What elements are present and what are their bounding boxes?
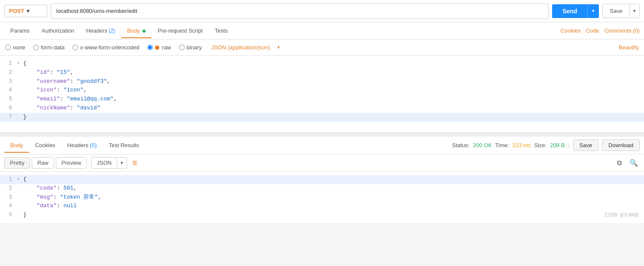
request-tabs: Params Authorization Headers (2) Body Pr… — [0, 22, 644, 39]
status-label: Status: — [452, 142, 469, 148]
beautify-button[interactable]: Beautify — [619, 44, 639, 51]
method-label: POST — [9, 8, 24, 14]
line-toggle — [17, 86, 23, 87]
body-option-raw[interactable]: raw — [147, 44, 171, 51]
line-toggle — [17, 113, 23, 114]
raw-radio-dot — [155, 45, 159, 50]
top-bar: POST ▾ Send ▾ Save ▾ — [0, 0, 644, 22]
code-line: 7} — [0, 113, 644, 122]
size-label: Size: — [534, 142, 547, 148]
line-toggle — [17, 211, 23, 212]
line-toggle — [17, 193, 23, 194]
wrap-icon[interactable]: ≡ — [132, 158, 137, 168]
section-divider — [0, 133, 644, 136]
status-value: 200 OK — [473, 142, 492, 148]
tab-pre-request-script[interactable]: Pre-request Script — [152, 23, 209, 38]
resp-tab-test-results[interactable]: Test Results — [103, 138, 145, 153]
format-pretty[interactable]: Pretty — [4, 157, 30, 169]
watermark: CSDN @六种味 — [605, 212, 639, 220]
line-content: "nickName": "david" — [23, 104, 644, 113]
format-preview[interactable]: Preview — [56, 157, 87, 169]
line-number: 3 — [0, 77, 17, 86]
code-line: 1▾{ — [0, 59, 644, 68]
search-icon[interactable]: 🔍 — [628, 157, 640, 169]
resp-save-button[interactable]: Save — [573, 139, 599, 151]
send-dropdown-button[interactable]: ▾ — [587, 4, 599, 18]
code-line: 3 "username": "gooddf3", — [0, 77, 644, 86]
tab-tests[interactable]: Tests — [209, 23, 234, 38]
resp-download-button[interactable]: Download — [602, 139, 640, 151]
line-number: 2 — [0, 68, 17, 77]
tab-authorization[interactable]: Authorization — [36, 23, 80, 38]
cookies-link[interactable]: Cookies — [561, 27, 581, 34]
send-button[interactable]: Send — [552, 4, 587, 18]
format-raw[interactable]: Raw — [32, 157, 54, 169]
body-dot — [143, 30, 146, 33]
req-tabs-right: Cookies Code Comments (0) — [561, 27, 640, 34]
line-content: "data": null — [23, 202, 644, 211]
json-format-dropdown[interactable]: ▾ — [117, 158, 127, 168]
resp-tab-body[interactable]: Body — [4, 138, 29, 153]
line-number: 5 — [0, 211, 17, 219]
code-line: 4 "icon": "icon", — [0, 86, 644, 95]
line-number: 2 — [0, 184, 17, 193]
tab-headers[interactable]: Headers (2) — [80, 23, 121, 38]
body-option-none[interactable]: none — [5, 44, 25, 51]
json-format-group: JSON ▾ — [91, 157, 127, 169]
json-type-selector[interactable]: JSON (application/json) — [211, 44, 270, 51]
line-number: 7 — [0, 113, 17, 121]
line-content: "email": "email@qq.com", — [23, 95, 644, 104]
url-input[interactable] — [51, 3, 549, 19]
tab-body[interactable]: Body — [121, 23, 152, 38]
line-number: 4 — [0, 202, 17, 210]
line-number: 1 — [0, 59, 17, 68]
line-toggle — [17, 104, 23, 105]
json-type-dropdown[interactable]: ▾ — [277, 45, 280, 50]
line-toggle[interactable]: ▾ — [17, 59, 23, 67]
response-header: Body Cookies Headers (5) Test Results St… — [0, 136, 644, 154]
response-status-area: Status: 200 OK Time: 223 ms Size: 209 B … — [452, 139, 640, 151]
resp-format-right: ⧉ 🔍 — [615, 157, 640, 169]
resp-tab-cookies[interactable]: Cookies — [29, 138, 61, 153]
line-toggle — [17, 184, 23, 185]
line-content: "username": "gooddf3", — [23, 77, 644, 86]
line-toggle — [17, 68, 23, 69]
code-line: 2 "code": 501, — [0, 184, 644, 193]
line-number: 3 — [0, 193, 17, 202]
save-dropdown-button[interactable]: ▾ — [630, 4, 640, 18]
code-line: 1▾{ — [0, 175, 644, 184]
headers-badge: (2) — [109, 28, 115, 34]
line-number: 5 — [0, 95, 17, 103]
code-line: 3 "msg": "token 异常", — [0, 193, 644, 202]
line-content: } — [23, 113, 644, 122]
resp-headers-badge: (5) — [90, 142, 97, 148]
line-toggle[interactable]: ▾ — [17, 175, 23, 183]
time-value: 223 ms — [513, 142, 531, 148]
size-value: 209 B — [550, 142, 565, 148]
code-line: 2 "id": "15", — [0, 68, 644, 77]
tab-params[interactable]: Params — [4, 23, 36, 38]
body-option-binary[interactable]: binary — [179, 44, 202, 51]
code-line: 5} — [0, 211, 644, 220]
body-options: none form-data x-www-form-urlencoded raw… — [0, 39, 644, 56]
time-label: Time: — [495, 142, 509, 148]
separator: | — [568, 142, 569, 148]
copy-icon[interactable]: ⧉ — [615, 157, 623, 169]
line-toggle — [17, 95, 23, 96]
code-line: 5 "email": "email@qq.com", — [0, 95, 644, 104]
response-tabs: Body Cookies Headers (5) Test Results — [4, 138, 145, 153]
resp-tab-headers[interactable]: Headers (5) — [61, 138, 103, 153]
body-option-form-data[interactable]: form-data — [33, 44, 65, 51]
request-code-editor[interactable]: 1▾{2 "id": "15",3 "username": "gooddf3",… — [0, 56, 644, 133]
body-option-urlencoded[interactable]: x-www-form-urlencoded — [73, 44, 140, 51]
save-button-group: Save ▾ — [602, 4, 640, 18]
send-button-group: Send ▾ — [552, 4, 599, 18]
response-code-area[interactable]: CSDN @六种味 1▾{2 "code": 501,3 "msg": "tok… — [0, 172, 644, 223]
response-format-bar: Pretty Raw Preview JSON ▾ ≡ ⧉ 🔍 — [0, 154, 644, 172]
save-button[interactable]: Save — [602, 4, 630, 18]
line-content: "id": "15", — [23, 68, 644, 77]
line-number: 6 — [0, 104, 17, 112]
code-link[interactable]: Code — [586, 27, 599, 34]
comments-link[interactable]: Comments (0) — [605, 27, 640, 34]
method-selector[interactable]: POST ▾ — [4, 5, 47, 17]
